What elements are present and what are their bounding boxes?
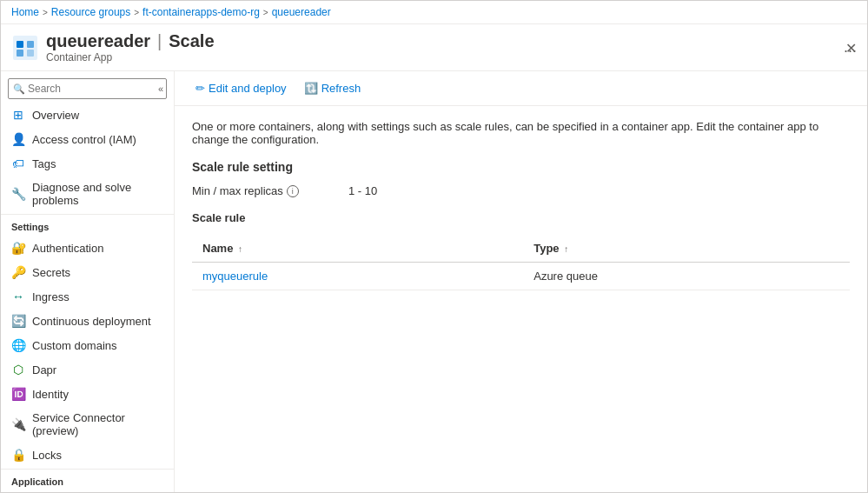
overview-icon: ⊞ — [11, 108, 25, 122]
edit-icon: ✏ — [195, 82, 205, 95]
app-container: Home > Resource groups > ft-containerapp… — [0, 0, 868, 493]
sidebar: 🔍 « ⊞ Overview 👤 Access control (IAM) 🏷 … — [1, 71, 175, 492]
svg-rect-0 — [13, 36, 37, 60]
deploy-icon: 🔄 — [11, 314, 25, 328]
sidebar-label-overview: Overview — [32, 109, 79, 122]
tags-icon: 🏷 — [11, 157, 25, 170]
sidebar-label-authentication: Authentication — [32, 242, 103, 255]
search-input[interactable] — [8, 78, 167, 99]
domains-icon: 🌐 — [11, 338, 25, 352]
diagnose-icon: 🔧 — [11, 187, 25, 201]
rule-name-cell: myqueuerule — [192, 263, 523, 290]
table-row: myqueuerule Azure queue — [192, 263, 850, 290]
sidebar-item-identity[interactable]: 🆔 Identity — [1, 382, 174, 406]
info-icon[interactable]: i — [287, 185, 299, 197]
sidebar-label-deploy: Continuous deployment — [32, 315, 151, 328]
sidebar-label-identity: Identity — [32, 388, 69, 401]
content-body: One or more containers, along with setti… — [175, 106, 867, 304]
close-button[interactable]: ✕ — [845, 39, 857, 56]
sidebar-item-revision-management[interactable]: 📋 Revision management — [1, 490, 174, 492]
secrets-icon: 🔑 — [11, 265, 25, 279]
sidebar-label-locks: Locks — [32, 449, 62, 462]
resource-icon — [11, 34, 39, 62]
refresh-icon: 🔃 — [304, 82, 318, 95]
min-max-value: 1 - 10 — [348, 184, 377, 197]
collapse-icon[interactable]: « — [158, 83, 163, 94]
edit-deploy-label: Edit and deploy — [209, 82, 287, 95]
rule-type-cell: Azure queue — [523, 263, 850, 290]
scale-rule-setting-heading: Scale rule setting — [192, 160, 850, 174]
column-header-name[interactable]: Name ↑ — [192, 235, 523, 263]
ingress-icon: ↔ — [11, 290, 25, 303]
svg-rect-1 — [17, 41, 23, 48]
breadcrumb-resource[interactable]: queuereader — [272, 6, 331, 18]
sidebar-item-tags[interactable]: 🏷 Tags — [1, 151, 174, 176]
breadcrumb-resource-groups[interactable]: Resource groups — [51, 6, 130, 18]
sidebar-item-locks[interactable]: 🔒 Locks — [1, 443, 174, 467]
sidebar-item-continuous-deployment[interactable]: 🔄 Continuous deployment — [1, 309, 174, 333]
sidebar-item-overview[interactable]: ⊞ Overview — [1, 103, 174, 127]
sidebar-label-tags: Tags — [32, 157, 56, 170]
sidebar-search-wrap: 🔍 « — [1, 71, 174, 103]
column-header-type[interactable]: Type ↑ — [523, 235, 850, 263]
sidebar-item-authentication[interactable]: 🔐 Authentication — [1, 236, 174, 260]
auth-icon: 🔐 — [11, 241, 25, 255]
resource-type: Container App — [46, 51, 833, 63]
breadcrumb-home[interactable]: Home — [11, 6, 39, 18]
scale-rule-section: Scale rule Name ↑ Type ↑ — [192, 211, 850, 290]
sidebar-item-secrets[interactable]: 🔑 Secrets — [1, 260, 174, 284]
refresh-label: Refresh — [321, 82, 361, 95]
name-sort-arrow: ↑ — [238, 244, 242, 254]
type-sort-arrow: ↑ — [564, 244, 568, 254]
sidebar-label-diagnose: Diagnose and solve problems — [32, 181, 163, 207]
content-area: ✏ Edit and deploy 🔃 Refresh One or more … — [175, 71, 867, 492]
sidebar-item-ingress[interactable]: ↔ Ingress — [1, 284, 174, 309]
toolbar: ✏ Edit and deploy 🔃 Refresh — [175, 71, 867, 106]
breadcrumb: Home > Resource groups > ft-containerapp… — [1, 1, 867, 24]
dapr-icon: ⬡ — [11, 363, 25, 376]
iam-icon: 👤 — [11, 132, 25, 146]
sidebar-label-iam: Access control (IAM) — [32, 133, 136, 146]
sidebar-item-custom-domains[interactable]: 🌐 Custom domains — [1, 333, 174, 357]
locks-icon: 🔒 — [11, 448, 25, 462]
search-icon: 🔍 — [13, 83, 25, 95]
sidebar-item-dapr[interactable]: ⬡ Dapr — [1, 357, 174, 382]
min-max-label: Min / max replicas i — [192, 184, 348, 197]
header-title-group: queuereader | Scale Container App — [46, 31, 833, 63]
sidebar-item-diagnose[interactable]: 🔧 Diagnose and solve problems — [1, 176, 174, 212]
main-layout: 🔍 « ⊞ Overview 👤 Access control (IAM) 🏷 … — [1, 71, 867, 492]
application-section-label: Application — [1, 469, 174, 490]
breadcrumb-rg[interactable]: ft-containerapps-demo-rg — [142, 6, 260, 18]
sidebar-item-iam[interactable]: 👤 Access control (IAM) — [1, 127, 174, 151]
page-header: queuereader | Scale Container App ... ✕ — [1, 24, 867, 71]
identity-icon: 🆔 — [11, 387, 25, 401]
sidebar-label-secrets: Secrets — [32, 266, 70, 279]
svg-rect-4 — [27, 50, 34, 57]
description-text: One or more containers, along with setti… — [192, 120, 850, 146]
resource-name: queuereader — [46, 31, 150, 51]
svg-rect-3 — [17, 50, 23, 57]
page-name: Scale — [169, 31, 214, 51]
sidebar-label-domains: Custom domains — [32, 339, 117, 352]
settings-section-label: Settings — [1, 214, 174, 236]
scale-rule-table: Name ↑ Type ↑ — [192, 235, 850, 290]
connector-icon: 🔌 — [11, 417, 25, 431]
rule-name-link[interactable]: myqueuerule — [202, 270, 268, 283]
refresh-button[interactable]: 🔃 Refresh — [297, 78, 368, 98]
scale-rule-heading: Scale rule — [192, 211, 850, 224]
sidebar-label-ingress: Ingress — [32, 290, 70, 303]
svg-rect-2 — [27, 41, 34, 48]
min-max-field-row: Min / max replicas i 1 - 10 — [192, 184, 850, 197]
sidebar-label-connector: Service Connector (preview) — [32, 411, 163, 437]
sidebar-label-dapr: Dapr — [32, 363, 56, 376]
edit-deploy-button[interactable]: ✏ Edit and deploy — [189, 78, 294, 98]
sidebar-item-service-connector[interactable]: 🔌 Service Connector (preview) — [1, 406, 174, 443]
